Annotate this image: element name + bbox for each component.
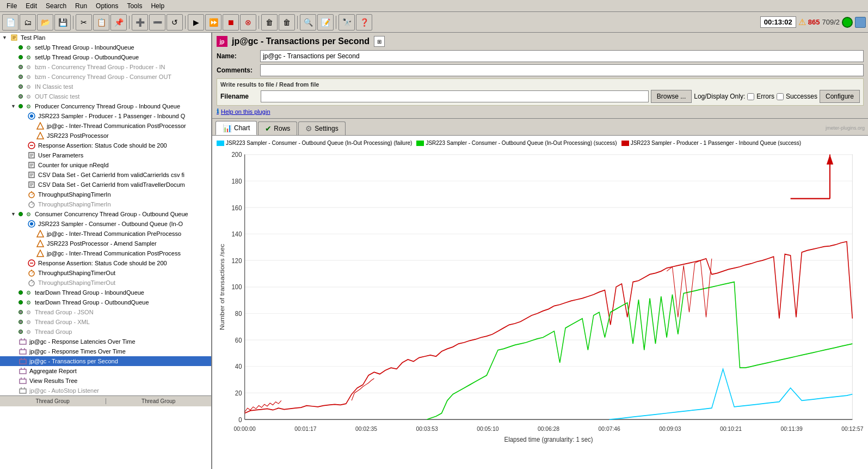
tree-item-jp-inter-pre[interactable]: jp@gc - Inter-Thread Communication PrePr… [0, 229, 211, 239]
tree-item-jp-inter-post2[interactable]: jp@gc - Inter-Thread Communication PostP… [0, 248, 211, 258]
search-button[interactable]: 🔭 [338, 14, 355, 31]
svg-point-33 [30, 222, 33, 226]
tree-item-autostop[interactable]: jp@gc - AutoStop Listener [0, 386, 211, 395]
tab-rows[interactable]: ✔ Rows [258, 121, 297, 135]
tree-item-aggregate[interactable]: Aggregate Report [0, 366, 211, 376]
menu-edit[interactable]: Edit [21, 1, 41, 11]
shutdown-button[interactable]: ⊗ [240, 14, 256, 31]
tree-item-jsr223-amend[interactable]: JSR223 PostProcessor - Amend Sampler [0, 239, 211, 248]
tree-item-setup-inbound[interactable]: ⚙setUp Thread Group - InboundQueue [0, 42, 211, 52]
legend-item-green: JSR223 Sampler - Consumer - Outbound Que… [416, 140, 617, 146]
menu-search[interactable]: Search [41, 1, 71, 11]
tree-item-jp-response-times[interactable]: jp@gc - Response Times Over Time [0, 346, 211, 356]
tree-icon-thread-xml: ⚙ [24, 318, 33, 326]
play-no-pause-button[interactable]: ⏩ [205, 14, 221, 31]
tree-item-jp-latencies[interactable]: jp@gc - Response Latencies Over Time [0, 337, 211, 346]
tree-item-response-assert2[interactable]: Response Assertion: Status Code should b… [0, 258, 211, 268]
tree-label-jp-transactions: jp@gc - Transactions per Second [29, 358, 118, 364]
remove-button[interactable]: ➖ [149, 14, 165, 31]
reset-button[interactable]: ↺ [167, 14, 183, 31]
tree-item-test-plan[interactable]: ▼Test Plan [0, 33, 211, 42]
configure-button[interactable]: Configure [820, 90, 860, 103]
tree-item-csv-carrier[interactable]: CSV Data Set - Get CarrierId from validC… [0, 170, 211, 180]
tree-item-thread-xml[interactable]: ⚙Thread Group - XML [0, 317, 211, 327]
tree-item-thread-group[interactable]: ⚙Thread Group [0, 327, 211, 337]
browse-script-button[interactable]: 🔍 [300, 14, 316, 31]
tree-item-setup-outbound[interactable]: ⚙setUp Thread Group - OutboundQueue [0, 52, 211, 62]
add-button[interactable]: ➕ [132, 14, 148, 31]
svg-text:00:07:46: 00:07:46 [599, 425, 620, 432]
script2-button[interactable]: 📝 [317, 14, 334, 31]
name-input[interactable] [260, 50, 864, 62]
tree-item-counter[interactable]: Counter for unique nReqId [0, 160, 211, 170]
tab-chart[interactable]: 📊 Chart [216, 121, 257, 135]
browse-button[interactable]: Browse ... [651, 90, 692, 103]
tree-toggle-consumer-concurrency[interactable]: ▼ [11, 211, 17, 217]
filename-input[interactable] [261, 90, 649, 102]
stop-button[interactable]: ⏹ [223, 14, 239, 31]
menu-options[interactable]: Options [91, 1, 122, 11]
tree-item-throughput-in2[interactable]: ThroughputShapingTimerIn [0, 199, 211, 209]
open-button[interactable]: 📂 [37, 14, 53, 31]
thread-dot-out-classic [19, 94, 23, 99]
menu-tools[interactable]: Tools [122, 1, 146, 11]
svg-text:0: 0 [238, 416, 242, 424]
tree-item-jsr223-consumer[interactable]: JSR223 Sampler - Consumer - Outbound Que… [0, 219, 211, 229]
errors-checkbox[interactable] [747, 93, 754, 100]
menu-run[interactable]: Run [71, 1, 91, 11]
tree-toggle-producer-concurrency[interactable]: ▼ [11, 103, 17, 109]
tree-item-view-results[interactable]: View Results Tree [0, 376, 211, 386]
tree-item-consumer-concurrency[interactable]: ▼⚙Consumer Concurrency Thread Group - Ou… [0, 209, 211, 219]
new-button[interactable]: 📄 [2, 14, 19, 31]
expand-icon[interactable]: ⊞ [374, 36, 385, 47]
tree-item-producer-concurrency[interactable]: ▼⚙Producer Concurrency Thread Group - In… [0, 101, 211, 111]
tree-item-response-assert[interactable]: Response Assertion: Status Code should b… [0, 141, 211, 150]
play-button[interactable]: ▶ [188, 14, 204, 31]
menu-help[interactable]: Help [146, 1, 169, 11]
tree-item-user-params[interactable]: User Parameters [0, 150, 211, 160]
tree-label-csv-traveller: CSV Data Set - Get CarrierId from validT… [38, 181, 185, 188]
save-button[interactable]: 💾 [54, 14, 71, 31]
tree-item-bzm-producer[interactable]: ⚙bzm - Concurrency Thread Group - Produc… [0, 62, 211, 72]
tree-item-teardown-inbound[interactable]: ⚙tearDown Thread Group - InboundQueue [0, 288, 211, 297]
tree-item-jp-transactions[interactable]: jp@gc - Transactions per Second [0, 356, 211, 366]
tree-icon-test-plan [10, 33, 19, 42]
help-button[interactable]: ❓ [356, 14, 372, 31]
help-link[interactable]: ℹ Help on this plugin [217, 108, 864, 115]
tree-item-throughput-out2[interactable]: ThroughputShapingTimerOut [0, 278, 211, 288]
tree-item-jp-inter-post[interactable]: jp@gc - Inter-Thread Communication PostP… [0, 121, 211, 131]
thread-group-label-2: Thread Group [106, 398, 210, 404]
thread-dot-teardown-outbound [19, 300, 23, 304]
tree-label-user-params: User Parameters [38, 152, 83, 159]
comments-input[interactable] [260, 64, 864, 76]
help-text: Help on this plugin [221, 108, 270, 115]
tree-item-out-classic[interactable]: ⚙OUT Classic test [0, 92, 211, 101]
tree-item-jsr223-producer[interactable]: JSR223 Sampler - Producer - 1 Passenger … [0, 111, 211, 121]
clear-all-button[interactable]: 🗑 [279, 14, 295, 31]
tree-toggle-test-plan[interactable]: ▼ [2, 35, 9, 40]
tree-item-throughput-out[interactable]: ThroughputShapingTimerOut [0, 268, 211, 278]
copy-button[interactable]: 📋 [93, 14, 109, 31]
cut-button[interactable]: ✂ [76, 14, 92, 31]
open-template-button[interactable]: 🗂 [20, 14, 36, 31]
tab-settings[interactable]: ⚙ Settings [298, 121, 345, 135]
tree-item-teardown-outbound[interactable]: ⚙tearDown Thread Group - OutboundQueue [0, 297, 211, 307]
successes-checkbox[interactable] [777, 93, 784, 100]
sep5 [297, 16, 298, 29]
paste-button[interactable]: 📌 [110, 14, 127, 31]
tree-label-bzm-producer: bzm - Concurrency Thread Group - Produce… [35, 64, 165, 70]
tree-label-jsr223-post: JSR223 PostProcessor [47, 132, 109, 139]
tree-item-jsr223-post[interactable]: JSR223 PostProcessor [0, 131, 211, 141]
tree-label-thread-json: Thread Group - JSON [35, 309, 94, 315]
menu-file[interactable]: File [2, 1, 21, 11]
tree-item-throughput-in[interactable]: ThroughputShapingTimerIn [0, 190, 211, 199]
tree-item-thread-json[interactable]: ⚙Thread Group - JSON [0, 307, 211, 317]
tree-label-view-results: View Results Tree [29, 377, 77, 384]
tree-item-in-classic[interactable]: ⚙IN Classic test [0, 82, 211, 92]
tree-label-teardown-inbound: tearDown Thread Group - InboundQueue [35, 289, 144, 296]
tree-label-aggregate: Aggregate Report [29, 368, 77, 374]
clear-button[interactable]: 🗑 [261, 14, 278, 31]
tree-item-bzm-consumer[interactable]: ⚙bzm - Concurrency Thread Group - Consum… [0, 72, 211, 82]
tree-item-csv-traveller[interactable]: CSV Data Set - Get CarrierId from validT… [0, 180, 211, 190]
tree-icon-response-assert2 [27, 259, 36, 267]
